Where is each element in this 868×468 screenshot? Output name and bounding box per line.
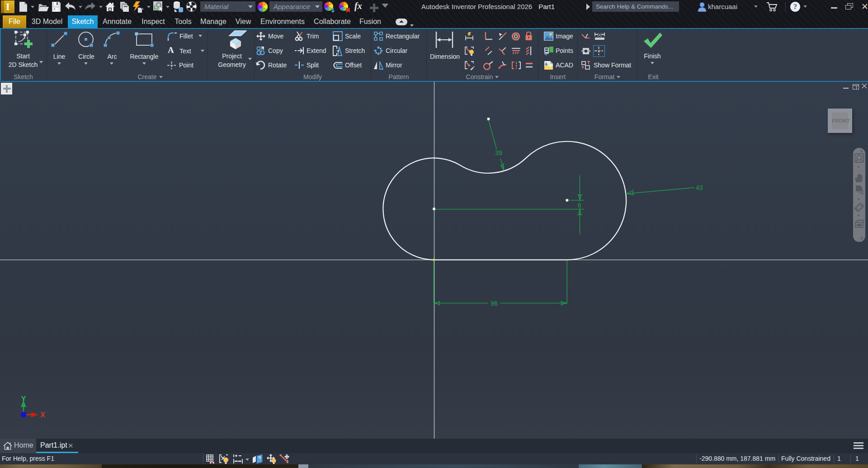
- svg-text:Y: Y: [21, 395, 26, 403]
- svg-text:6: 6: [578, 202, 581, 209]
- svg-text:(x): (x): [597, 33, 602, 37]
- svg-text:96: 96: [491, 300, 498, 307]
- svg-text:43: 43: [696, 184, 703, 191]
- svg-text:39: 39: [495, 149, 502, 156]
- svg-text:X: X: [40, 411, 45, 419]
